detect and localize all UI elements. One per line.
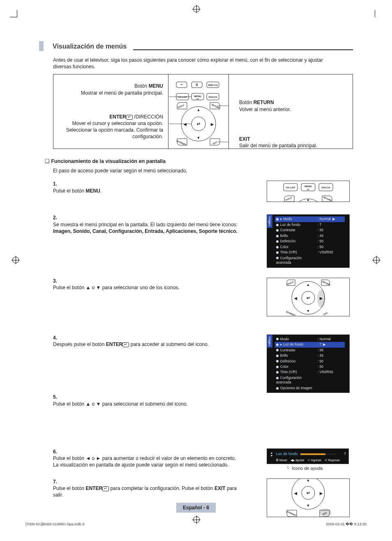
slider-track <box>300 453 336 455</box>
print-footer-right: 2009-03-31 �� 8:13:30 <box>326 522 367 527</box>
enter-icon: ↵ <box>126 115 133 120</box>
svg-text:▲: ▲ <box>307 198 310 202</box>
diagram-menu-label: Botón MENU Mostrar el menú de pantalla p… <box>58 83 163 96</box>
heading-accent <box>39 41 44 51</box>
subsection-intro: El paso de acceso puede variar según el … <box>53 167 353 174</box>
step-2: 2. Se muestra el menú principal en la pa… <box>39 214 353 267</box>
enter-icon: ↵ <box>122 342 129 347</box>
svg-text:▭: ▭ <box>307 188 309 190</box>
svg-text:FAV.CH: FAV.CH <box>321 186 330 189</box>
intro-text: Antes de usar el televisor, siga los pas… <box>53 57 332 70</box>
registration-mark <box>193 516 200 523</box>
enter-icon: ↵ <box>102 486 109 491</box>
enter-button-icon: ↵ <box>197 121 201 126</box>
remote-fragment-exit: ↵ ▲ ▼ ◀ ▶ INTERNET EXIT <box>267 478 350 517</box>
svg-text:▭: ▭ <box>196 98 199 100</box>
step-3: 3. Pulse el botón ▲ o ▼ para seleccionar… <box>39 278 353 316</box>
osd-slider: ▲▼ Luz de fondo 7 ⦿ Mover ◀▶ Ajustar ↵ I… <box>267 448 349 464</box>
step-4: 4. Después pulse el botón ENTER↵ para ac… <box>39 334 353 393</box>
print-footer-left: [7000-NA]BN68-01988H-Spa.indb 6 <box>25 522 85 527</box>
registration-mark <box>12 257 19 263</box>
step-5: 5. Pulse el botón ▲ o ▼ para seleccionar… <box>39 394 353 407</box>
step-1: 1. Pulse el botón MENU. CH LIST MENU ▭ F… <box>39 181 353 202</box>
up-down-icon: ▲▼ <box>270 451 274 457</box>
favch-button: FAV.CH <box>208 96 217 98</box>
svg-text:↵: ↵ <box>307 295 310 300</box>
page-badge: Español - 6 <box>176 503 216 513</box>
diagram-exit-label: EXIT Salir del menú de pantalla principa… <box>239 136 348 149</box>
svg-text:INTERNET: INTERNET <box>286 310 296 316</box>
svg-text:↵: ↵ <box>307 490 310 495</box>
svg-point-44 <box>320 508 331 517</box>
left-arrow-icon: ◀ <box>183 122 187 126</box>
remote-illustration: – 0 PRE-CH CH LIST MENU ▭ FAV.CH TOOLS <box>169 74 229 149</box>
help-caption: Icono de ayuda <box>267 465 353 472</box>
help-bar: ⦿ Mover ◀▶ Ajustar ↵ Ingresar ↺ Regresar <box>270 458 346 462</box>
svg-text:▲: ▲ <box>307 479 310 482</box>
crop-mark <box>10 17 17 17</box>
down-arrow-icon: ▼ <box>197 136 201 140</box>
svg-text:MENU: MENU <box>304 185 312 188</box>
subsection-heading: Funcionamiento de la visualización en pa… <box>45 158 353 165</box>
diagram-return-label: Botón RETURN Volver al menú anterior. <box>239 99 348 112</box>
remote-fragment-dpad: TOOLS RETURN ↵ ▲ ▼ ◀ ▶ INTERNET EXIT <box>267 278 350 316</box>
svg-text:▶: ▶ <box>319 491 323 495</box>
crop-mark <box>375 10 375 17</box>
osd-screenshot-main: Imagen ▸ Modo: Normal▶Luz de fondo: 7Con… <box>267 214 350 267</box>
step-6: 6. Pulse el botón ◄ o ► para aumentar o … <box>39 448 353 472</box>
remote-diagram: Botón MENU Mostrar el menú de pantalla p… <box>53 74 353 149</box>
heading-title: Visualización de menús <box>53 42 127 51</box>
svg-text:▼: ▼ <box>307 309 310 313</box>
zero-button: 0 <box>196 83 198 87</box>
registration-mark <box>193 6 200 12</box>
svg-text:▲: ▲ <box>307 283 310 287</box>
svg-text:CH LIST: CH LIST <box>286 186 295 189</box>
minus-button: – <box>180 82 183 87</box>
svg-text:▼: ▼ <box>307 504 310 508</box>
section-heading: Visualización de menús <box>39 41 353 51</box>
svg-text:◀: ◀ <box>294 491 297 495</box>
prech-button: PRE-CH <box>208 84 217 86</box>
remote-fragment-menu: CH LIST MENU ▭ FAV.CH TOOLS RETURN ▲ <box>267 181 350 202</box>
crop-mark <box>17 10 17 17</box>
diagram-enter-label: ENTER↵ /DIRECCIÓN Mover el cursor y sele… <box>58 114 163 140</box>
svg-text:◀: ◀ <box>294 296 297 300</box>
chlist-button: CH LIST <box>178 96 187 98</box>
registration-mark <box>373 257 380 263</box>
svg-point-34 <box>317 290 325 308</box>
heading-rule <box>133 49 353 50</box>
svg-text:EXIT: EXIT <box>323 311 328 316</box>
osd-screenshot-submenu: Imagen Modo: Normal▸ Luz de fondo: 7▶Con… <box>267 334 350 393</box>
up-arrow-icon: ▲ <box>197 108 201 112</box>
right-arrow-icon: ▶ <box>210 122 214 126</box>
